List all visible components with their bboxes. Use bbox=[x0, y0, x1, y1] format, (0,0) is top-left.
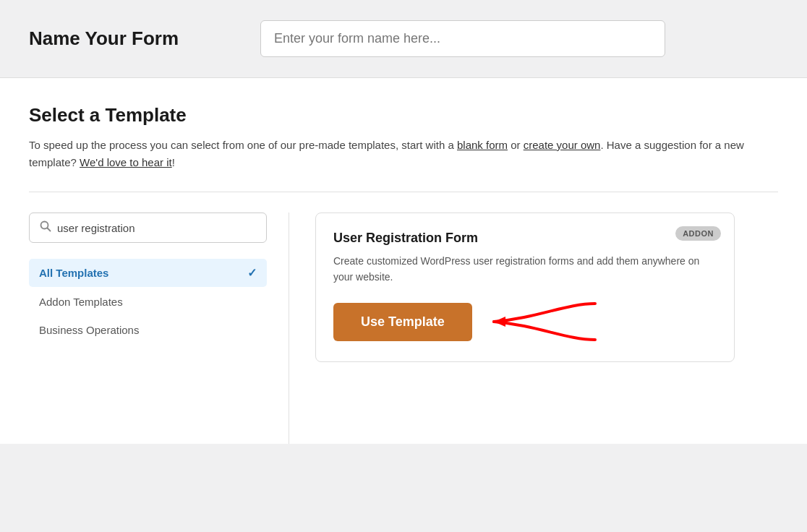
right-panel: ADDON User Registration Form Create cust… bbox=[289, 213, 778, 444]
main-content: Select a Template To speed up the proces… bbox=[0, 78, 807, 444]
search-box[interactable] bbox=[29, 213, 267, 243]
blank-form-link[interactable]: blank form bbox=[457, 139, 508, 151]
form-name-label: Name Your Form bbox=[29, 27, 231, 50]
select-template-heading: Select a Template bbox=[29, 104, 778, 126]
addon-badge: ADDON bbox=[675, 226, 721, 241]
category-item-business-operations[interactable]: Business Operations bbox=[29, 317, 267, 343]
template-card: ADDON User Registration Form Create cust… bbox=[315, 213, 735, 362]
active-checkmark: ✓ bbox=[247, 266, 257, 280]
suggest-link[interactable]: We'd love to hear it bbox=[80, 156, 172, 168]
use-template-button[interactable]: Use Template bbox=[333, 303, 472, 341]
form-name-input[interactable] bbox=[260, 20, 665, 57]
template-card-title: User Registration Form bbox=[333, 231, 717, 246]
category-label-all: All Templates bbox=[39, 267, 108, 279]
category-label-addon: Addon Templates bbox=[39, 296, 123, 308]
create-own-link[interactable]: create your own bbox=[524, 139, 601, 151]
top-section: Name Your Form bbox=[0, 0, 807, 78]
search-icon bbox=[40, 220, 51, 235]
category-label-business: Business Operations bbox=[39, 324, 139, 336]
category-item-addon-templates[interactable]: Addon Templates bbox=[29, 288, 267, 315]
svg-marker-2 bbox=[494, 317, 505, 327]
section-divider bbox=[29, 192, 778, 192]
template-card-description: Create customized WordPress user registr… bbox=[333, 253, 717, 286]
search-input[interactable] bbox=[57, 222, 256, 234]
category-list: All Templates ✓ Addon Templates Business… bbox=[29, 259, 267, 343]
annotation-arrow bbox=[479, 289, 610, 354]
template-description: To speed up the process you can select f… bbox=[29, 137, 778, 171]
left-panel: All Templates ✓ Addon Templates Business… bbox=[29, 213, 289, 444]
svg-line-1 bbox=[48, 228, 51, 231]
template-layout: All Templates ✓ Addon Templates Business… bbox=[29, 213, 778, 444]
category-item-all-templates[interactable]: All Templates ✓ bbox=[29, 259, 267, 287]
